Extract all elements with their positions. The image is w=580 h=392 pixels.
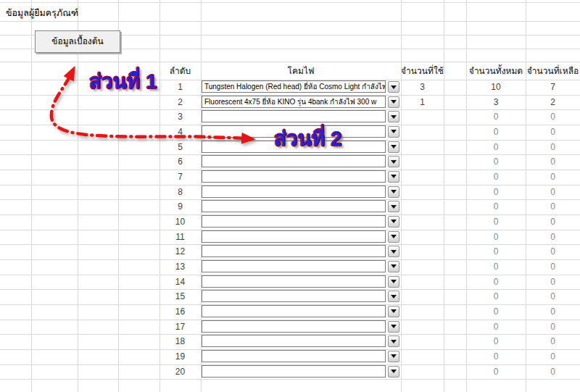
total-count: 0: [466, 154, 526, 170]
dropdown-arrow-icon[interactable]: [388, 186, 399, 198]
header-index: ลำดับ: [160, 62, 201, 80]
row-index: 17: [160, 320, 201, 335]
dropdown-arrow-icon[interactable]: [388, 171, 399, 183]
lamp-combobox[interactable]: [202, 245, 386, 257]
row-index: 3: [160, 109, 201, 125]
basic-info-button[interactable]: ข้อมูลเบื้องต้น: [35, 30, 120, 53]
row-index: 13: [160, 259, 201, 275]
row-index: 1: [160, 80, 201, 95]
remaining-count: 0: [526, 214, 580, 230]
dropdown-arrow-icon[interactable]: [388, 366, 399, 378]
table-row: 8 0 0: [0, 185, 580, 200]
row-index: 5: [160, 140, 201, 155]
lamp-combobox-value: Fluorescent 4x75 ยี่ห้อ KINO รุ่น 4bank …: [204, 98, 376, 106]
row-index: 19: [160, 349, 201, 364]
gridline-h: [0, 21, 580, 22]
used-count: [401, 125, 444, 140]
dropdown-arrow-icon[interactable]: [388, 291, 399, 302]
used-count: [401, 109, 444, 125]
total-count: 0: [466, 304, 526, 320]
table-row: 16 0 0: [0, 304, 580, 320]
lamp-combobox[interactable]: [202, 320, 386, 333]
dropdown-arrow-icon[interactable]: [388, 306, 399, 317]
header-remaining: จำนวนที่เหลือ: [526, 62, 580, 80]
lamp-combobox[interactable]: [202, 260, 386, 272]
dropdown-arrow-icon[interactable]: [388, 335, 399, 347]
row-index: 18: [160, 334, 201, 349]
chevron-down-icon: [391, 280, 397, 283]
lamp-combobox[interactable]: Fluorescent 4x75 ยี่ห้อ KINO รุ่น 4bank …: [202, 96, 386, 108]
remaining-count: 7: [526, 80, 580, 95]
table-row: 15 0 0: [0, 289, 580, 304]
used-count: [401, 304, 444, 320]
lamp-combobox[interactable]: [202, 170, 386, 183]
dropdown-arrow-icon[interactable]: [388, 351, 399, 362]
row-index: 4: [160, 125, 201, 140]
lamp-combobox[interactable]: [202, 350, 386, 362]
lamp-combobox[interactable]: [202, 335, 386, 347]
table-row: 10 0 0: [0, 214, 580, 230]
dropdown-arrow-icon[interactable]: [388, 216, 399, 228]
dropdown-arrow-icon[interactable]: [388, 231, 399, 243]
table-row: 19 0 0: [0, 349, 580, 364]
table-row: 14 0 0: [0, 275, 580, 290]
dropdown-arrow-icon[interactable]: [388, 261, 399, 272]
remaining-count: 0: [526, 320, 580, 335]
total-count: 0: [466, 125, 526, 140]
row-index: 11: [160, 230, 201, 245]
dropdown-arrow-icon[interactable]: [388, 111, 399, 122]
remaining-count: 2: [526, 95, 580, 110]
chevron-down-icon: [391, 175, 397, 178]
dropdown-arrow-icon[interactable]: [388, 156, 399, 167]
lamp-combobox[interactable]: [202, 365, 386, 378]
remaining-count: 0: [526, 304, 580, 320]
chevron-down-icon: [391, 264, 397, 268]
used-count: [401, 334, 444, 349]
total-count: 0: [466, 244, 526, 259]
chevron-down-icon: [391, 354, 397, 358]
row-index: 8: [160, 185, 201, 200]
lamp-combobox[interactable]: [202, 305, 386, 317]
dropdown-arrow-icon[interactable]: [388, 81, 399, 93]
chevron-down-icon: [391, 130, 397, 133]
used-count: [401, 244, 444, 259]
table-row: 13 0 0: [0, 259, 580, 275]
dropdown-arrow-icon[interactable]: [388, 141, 399, 153]
remaining-count: 0: [526, 364, 580, 380]
dropdown-arrow-icon[interactable]: [388, 96, 399, 108]
dropdown-arrow-icon[interactable]: [388, 126, 399, 138]
remaining-count: 0: [526, 109, 580, 125]
total-count: 10: [466, 80, 526, 95]
total-count: 0: [466, 140, 526, 155]
total-count: 0: [466, 334, 526, 349]
chevron-down-icon: [391, 325, 397, 328]
table-row: 17 0 0: [0, 320, 580, 335]
dropdown-arrow-icon[interactable]: [388, 276, 399, 288]
used-count: [401, 170, 444, 185]
dropdown-arrow-icon[interactable]: [388, 201, 399, 212]
total-count: 0: [466, 230, 526, 245]
lamp-combobox[interactable]: Tungsten Halogen (Red head) ยี่ห้อ Cosmo…: [202, 80, 386, 93]
lamp-combobox[interactable]: [202, 215, 386, 228]
lamp-combobox[interactable]: [202, 185, 386, 198]
spreadsheet: ข้อมูลผู้ยืมครุภัณฑ์ ข้อมูลเบื้องต้น ลำด…: [0, 0, 580, 392]
total-count: 3: [466, 95, 526, 110]
row-index: 15: [160, 289, 201, 304]
lamp-combobox[interactable]: [202, 230, 386, 243]
chevron-down-icon: [391, 370, 397, 373]
lamp-combobox[interactable]: [202, 110, 386, 122]
used-count: [401, 364, 444, 380]
remaining-count: 0: [526, 275, 580, 290]
lamp-combobox[interactable]: [202, 290, 386, 302]
dropdown-arrow-icon[interactable]: [388, 246, 399, 257]
chevron-down-icon: [391, 250, 397, 254]
chevron-down-icon: [391, 190, 397, 193]
lamp-combobox[interactable]: [202, 275, 386, 288]
used-count: [401, 230, 444, 245]
dropdown-arrow-icon[interactable]: [388, 321, 399, 333]
table-row: 11 0 0: [0, 230, 580, 245]
total-count: 0: [466, 259, 526, 275]
lamp-combobox[interactable]: [202, 200, 386, 212]
lamp-combobox[interactable]: [202, 155, 386, 167]
remaining-count: 0: [526, 170, 580, 185]
